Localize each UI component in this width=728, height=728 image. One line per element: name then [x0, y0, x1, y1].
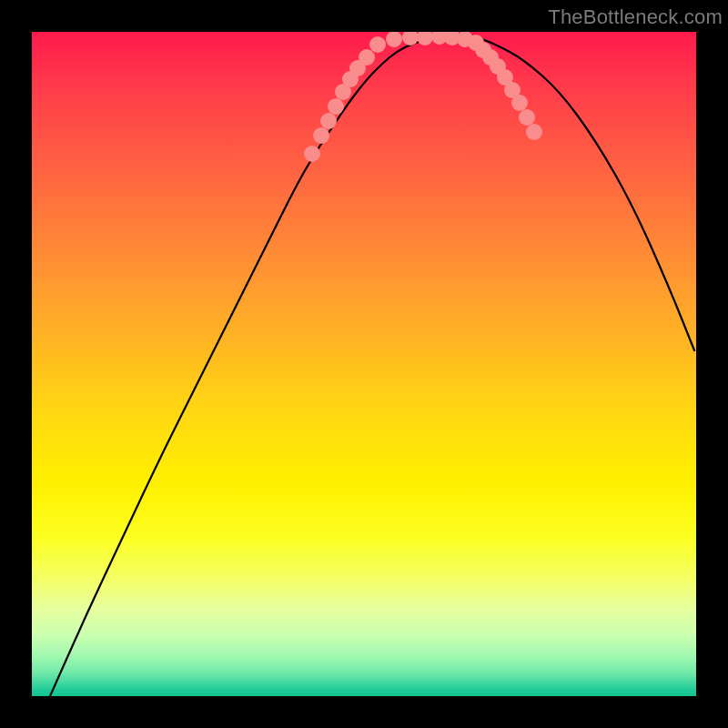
bottleneck-curve — [50, 36, 694, 697]
highlight-dot — [328, 98, 344, 115]
highlight-dot — [313, 127, 329, 144]
chart-svg — [32, 32, 696, 696]
chart-frame: TheBottleneck.com — [0, 0, 728, 728]
highlight-dot — [369, 36, 386, 53]
highlight-dot — [526, 124, 542, 140]
highlight-dot — [519, 109, 535, 126]
highlight-dot — [386, 32, 402, 47]
highlight-dot — [320, 113, 337, 129]
highlight-dot — [359, 49, 375, 66]
highlight-dot — [304, 146, 320, 162]
highlight-dot — [417, 32, 433, 46]
highlight-dot — [511, 95, 528, 111]
watermark-text: TheBottleneck.com — [548, 5, 723, 29]
curve-line — [50, 36, 694, 697]
plot-area — [32, 32, 696, 696]
